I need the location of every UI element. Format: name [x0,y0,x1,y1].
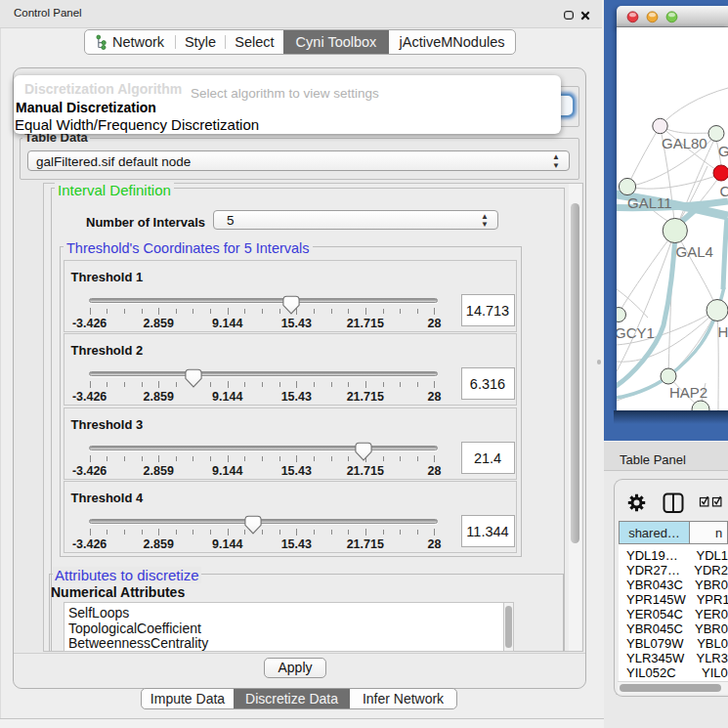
svg-text:C: C [720,183,728,199]
svg-text:HAP2: HAP2 [669,384,707,401]
svg-text:GCY1: GCY1 [617,324,655,341]
svg-text:G: G [718,143,728,159]
svg-text:GAL11: GAL11 [627,194,672,211]
svg-text:GAL4: GAL4 [676,243,713,260]
svg-text:H: H [718,323,728,340]
svg-text:GAL80: GAL80 [662,135,707,151]
